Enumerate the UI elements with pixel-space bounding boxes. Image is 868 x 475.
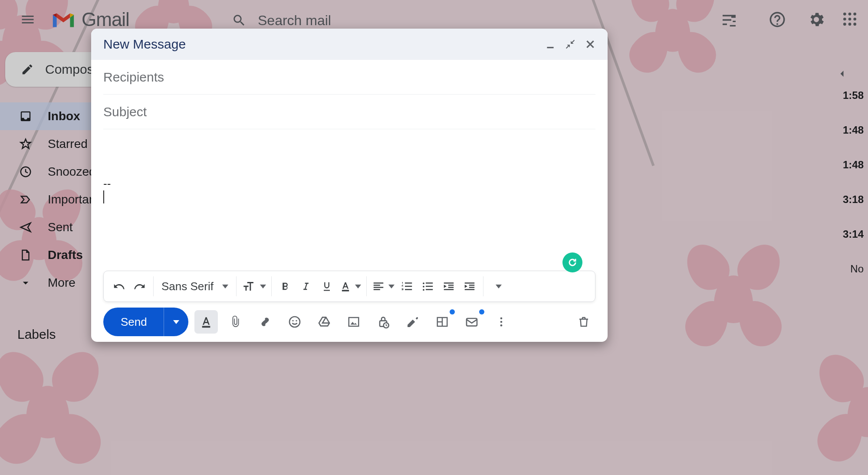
- signature-separator: --: [103, 177, 595, 190]
- recipients-placeholder: Recipients: [103, 70, 164, 85]
- compose-title: New Message: [103, 37, 539, 52]
- discard-draft-button[interactable]: [572, 310, 595, 334]
- svg-point-13: [289, 317, 300, 327]
- subject-placeholder: Subject: [103, 105, 147, 119]
- formatting-toggle-button[interactable]: [194, 310, 218, 334]
- mail-merge-button[interactable]: [460, 310, 483, 334]
- more-options-button[interactable]: [490, 310, 513, 334]
- insert-signature-button[interactable]: [401, 310, 424, 334]
- notification-dot: [450, 309, 455, 314]
- more-formatting-button[interactable]: [487, 275, 507, 297]
- svg-point-23: [500, 324, 502, 327]
- indent-less-button[interactable]: [439, 275, 459, 297]
- chevron-down-icon: [355, 285, 361, 288]
- chevron-down-icon: [388, 285, 395, 288]
- insert-drive-button[interactable]: [312, 310, 336, 334]
- svg-rect-11: [342, 290, 349, 292]
- grammarly-icon[interactable]: [562, 252, 582, 272]
- close-button[interactable]: [582, 36, 599, 53]
- numbered-list-button[interactable]: [397, 275, 417, 297]
- formatting-toolbar: Sans Serif: [103, 271, 595, 302]
- chevron-down-icon: [260, 285, 266, 288]
- font-family-select[interactable]: Sans Serif: [157, 275, 233, 297]
- undo-button[interactable]: [109, 275, 129, 297]
- svg-point-21: [500, 318, 502, 320]
- chevron-down-icon: [173, 320, 179, 324]
- subject-field[interactable]: Subject: [103, 95, 595, 129]
- svg-point-14: [292, 320, 293, 321]
- svg-rect-12: [202, 326, 210, 328]
- font-size-select[interactable]: [240, 275, 268, 297]
- text-color-button[interactable]: [338, 275, 363, 297]
- fullscreen-exit-button[interactable]: [562, 36, 579, 53]
- message-body[interactable]: --: [91, 129, 608, 271]
- send-button-group: Send: [103, 308, 188, 336]
- notification-dot: [479, 309, 484, 314]
- confidential-mode-button[interactable]: [372, 310, 395, 334]
- attach-file-button[interactable]: [224, 310, 247, 334]
- svg-rect-16: [349, 318, 358, 326]
- insert-photo-button[interactable]: [342, 310, 365, 334]
- bulleted-list-button[interactable]: [418, 275, 438, 297]
- send-options-button[interactable]: [164, 308, 188, 336]
- minimize-button[interactable]: [542, 36, 559, 53]
- compose-header[interactable]: New Message: [91, 29, 608, 60]
- recipients-field[interactable]: Recipients: [103, 60, 595, 95]
- italic-button[interactable]: [296, 275, 316, 297]
- insert-link-button[interactable]: [253, 310, 277, 334]
- chevron-down-icon: [222, 285, 228, 288]
- layouts-button[interactable]: [431, 310, 454, 334]
- insert-emoji-button[interactable]: [283, 310, 306, 334]
- align-button[interactable]: [370, 275, 396, 297]
- compose-action-bar: Send: [91, 305, 608, 342]
- compose-window: New Message Recipients Subject -- Sans S…: [91, 29, 608, 342]
- svg-point-22: [500, 321, 502, 323]
- bold-button[interactable]: [275, 275, 295, 297]
- chevron-down-icon: [496, 285, 502, 288]
- svg-rect-20: [467, 318, 477, 326]
- send-button[interactable]: Send: [103, 308, 164, 336]
- underline-button[interactable]: [317, 275, 337, 297]
- indent-more-button[interactable]: [460, 275, 480, 297]
- svg-point-15: [296, 320, 297, 321]
- redo-button[interactable]: [130, 275, 150, 297]
- text-cursor: [103, 190, 104, 203]
